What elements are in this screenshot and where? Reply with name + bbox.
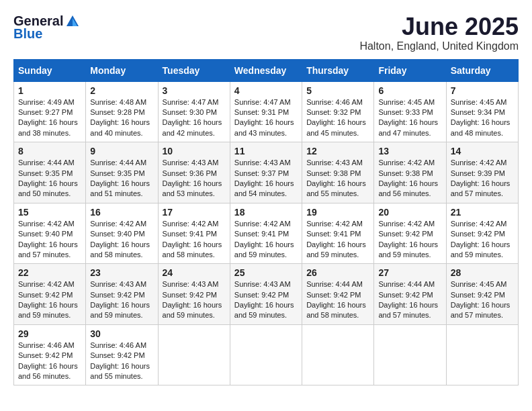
- day-number: 3: [163, 85, 226, 96]
- calendar-cell: 10 Sunrise: 4:43 AMSunset: 9:36 PMDaylig…: [158, 142, 230, 203]
- sunrise-text: Sunrise: 4:43 AMSunset: 9:42 PMDaylight:…: [163, 280, 222, 319]
- sunrise-text: Sunrise: 4:49 AMSunset: 9:27 PMDaylight:…: [18, 98, 78, 137]
- sunrise-text: Sunrise: 4:43 AMSunset: 9:36 PMDaylight:…: [163, 158, 222, 197]
- calendar-cell: 16 Sunrise: 4:42 AMSunset: 9:40 PMDaylig…: [86, 203, 158, 264]
- sunrise-text: Sunrise: 4:42 AMSunset: 9:42 PMDaylight:…: [378, 220, 438, 259]
- sunrise-text: Sunrise: 4:43 AMSunset: 9:37 PMDaylight:…: [234, 158, 294, 197]
- header-cell: Friday: [374, 59, 446, 81]
- calendar-cell: 25 Sunrise: 4:43 AMSunset: 9:42 PMDaylig…: [230, 264, 302, 325]
- sunrise-text: Sunrise: 4:44 AMSunset: 9:35 PMDaylight:…: [90, 158, 150, 197]
- calendar-cell: 23 Sunrise: 4:43 AMSunset: 9:42 PMDaylig…: [86, 264, 158, 325]
- day-number: 19: [306, 207, 369, 218]
- sunrise-text: Sunrise: 4:43 AMSunset: 9:42 PMDaylight:…: [234, 280, 294, 319]
- calendar-cell: 13 Sunrise: 4:42 AMSunset: 9:38 PMDaylig…: [374, 142, 446, 203]
- day-number: 14: [451, 146, 514, 156]
- header-row: SundayMondayTuesdayWednesdayThursdayFrid…: [14, 59, 519, 81]
- day-number: 30: [90, 328, 153, 339]
- day-number: 8: [18, 146, 81, 156]
- sunrise-text: Sunrise: 4:42 AMSunset: 9:41 PMDaylight:…: [306, 220, 366, 259]
- sunrise-text: Sunrise: 4:42 AMSunset: 9:41 PMDaylight:…: [234, 220, 294, 259]
- calendar-cell: 7 Sunrise: 4:45 AMSunset: 9:34 PMDayligh…: [446, 81, 518, 142]
- calendar-cell: 19 Sunrise: 4:42 AMSunset: 9:41 PMDaylig…: [302, 203, 374, 264]
- sunrise-text: Sunrise: 4:48 AMSunset: 9:28 PMDaylight:…: [90, 98, 150, 137]
- sunrise-text: Sunrise: 4:44 AMSunset: 9:42 PMDaylight:…: [306, 280, 366, 319]
- sunrise-text: Sunrise: 4:45 AMSunset: 9:42 PMDaylight:…: [451, 280, 511, 319]
- sunrise-text: Sunrise: 4:42 AMSunset: 9:42 PMDaylight:…: [451, 220, 511, 259]
- day-number: 25: [234, 267, 298, 278]
- sunrise-text: Sunrise: 4:47 AMSunset: 9:30 PMDaylight:…: [163, 98, 222, 137]
- title-area: June 2025 Halton, England, United Kingdo…: [359, 13, 519, 52]
- day-number: 27: [378, 267, 441, 278]
- calendar-cell: [158, 324, 230, 385]
- calendar-cell: 30 Sunrise: 4:46 AMSunset: 9:42 PMDaylig…: [86, 324, 158, 385]
- calendar-cell: 1 Sunrise: 4:49 AMSunset: 9:27 PMDayligh…: [14, 81, 86, 142]
- day-number: 20: [378, 207, 441, 218]
- sunrise-text: Sunrise: 4:42 AMSunset: 9:40 PMDaylight:…: [18, 220, 78, 259]
- calendar-week-row: 15 Sunrise: 4:42 AMSunset: 9:40 PMDaylig…: [14, 203, 519, 264]
- day-number: 15: [18, 207, 81, 218]
- day-number: 21: [451, 207, 514, 218]
- sunrise-text: Sunrise: 4:46 AMSunset: 9:32 PMDaylight:…: [306, 98, 366, 137]
- sunrise-text: Sunrise: 4:43 AMSunset: 9:38 PMDaylight:…: [306, 158, 366, 197]
- sunrise-text: Sunrise: 4:42 AMSunset: 9:39 PMDaylight:…: [451, 158, 511, 197]
- sunrise-text: Sunrise: 4:43 AMSunset: 9:42 PMDaylight:…: [90, 280, 150, 319]
- calendar-cell: 9 Sunrise: 4:44 AMSunset: 9:35 PMDayligh…: [86, 142, 158, 203]
- day-number: 22: [18, 267, 81, 278]
- calendar-cell: 4 Sunrise: 4:47 AMSunset: 9:31 PMDayligh…: [230, 81, 302, 142]
- day-number: 13: [378, 146, 441, 156]
- calendar-cell: [374, 324, 446, 385]
- logo-icon: [65, 14, 80, 29]
- calendar-cell: 3 Sunrise: 4:47 AMSunset: 9:30 PMDayligh…: [158, 81, 230, 142]
- day-number: 1: [18, 85, 81, 96]
- day-number: 5: [306, 85, 369, 96]
- sunrise-text: Sunrise: 4:45 AMSunset: 9:33 PMDaylight:…: [378, 98, 438, 137]
- page-header: General Blue June 2025 Halton, England, …: [13, 13, 519, 52]
- sunrise-text: Sunrise: 4:42 AMSunset: 9:40 PMDaylight:…: [90, 220, 150, 259]
- month-title: June 2025: [359, 13, 519, 40]
- sunrise-text: Sunrise: 4:44 AMSunset: 9:42 PMDaylight:…: [378, 280, 438, 319]
- calendar-cell: 24 Sunrise: 4:43 AMSunset: 9:42 PMDaylig…: [158, 264, 230, 325]
- calendar-cell: 27 Sunrise: 4:44 AMSunset: 9:42 PMDaylig…: [374, 264, 446, 325]
- header-cell: Sunday: [14, 59, 86, 81]
- calendar-cell: 6 Sunrise: 4:45 AMSunset: 9:33 PMDayligh…: [374, 81, 446, 142]
- day-number: 12: [306, 146, 369, 156]
- calendar-week-row: 8 Sunrise: 4:44 AMSunset: 9:35 PMDayligh…: [14, 142, 519, 203]
- calendar-table: SundayMondayTuesdayWednesdayThursdayFrid…: [13, 59, 519, 386]
- sunrise-text: Sunrise: 4:47 AMSunset: 9:31 PMDaylight:…: [234, 98, 294, 137]
- header-cell: Tuesday: [158, 59, 230, 81]
- calendar-cell: 15 Sunrise: 4:42 AMSunset: 9:40 PMDaylig…: [14, 203, 86, 264]
- day-number: 11: [234, 146, 298, 156]
- calendar-cell: 29 Sunrise: 4:46 AMSunset: 9:42 PMDaylig…: [14, 324, 86, 385]
- sunrise-text: Sunrise: 4:45 AMSunset: 9:34 PMDaylight:…: [451, 98, 511, 137]
- calendar-cell: [302, 324, 374, 385]
- day-number: 9: [90, 146, 153, 156]
- calendar-cell: 26 Sunrise: 4:44 AMSunset: 9:42 PMDaylig…: [302, 264, 374, 325]
- sunrise-text: Sunrise: 4:44 AMSunset: 9:35 PMDaylight:…: [18, 158, 78, 197]
- calendar-week-row: 22 Sunrise: 4:42 AMSunset: 9:42 PMDaylig…: [14, 264, 519, 325]
- calendar-cell: [230, 324, 302, 385]
- day-number: 17: [163, 207, 226, 218]
- day-number: 6: [378, 85, 441, 96]
- day-number: 24: [163, 267, 226, 278]
- calendar-week-row: 29 Sunrise: 4:46 AMSunset: 9:42 PMDaylig…: [14, 324, 519, 385]
- calendar-cell: 28 Sunrise: 4:45 AMSunset: 9:42 PMDaylig…: [446, 264, 518, 325]
- calendar-cell: 14 Sunrise: 4:42 AMSunset: 9:39 PMDaylig…: [446, 142, 518, 203]
- location-title: Halton, England, United Kingdom: [359, 40, 519, 52]
- day-number: 26: [306, 267, 369, 278]
- day-number: 29: [18, 328, 81, 339]
- sunrise-text: Sunrise: 4:42 AMSunset: 9:42 PMDaylight:…: [18, 280, 78, 319]
- header-cell: Monday: [86, 59, 158, 81]
- day-number: 18: [234, 207, 298, 218]
- header-cell: Saturday: [446, 59, 518, 81]
- calendar-cell: 22 Sunrise: 4:42 AMSunset: 9:42 PMDaylig…: [14, 264, 86, 325]
- calendar-cell: 20 Sunrise: 4:42 AMSunset: 9:42 PMDaylig…: [374, 203, 446, 264]
- calendar-cell: 12 Sunrise: 4:43 AMSunset: 9:38 PMDaylig…: [302, 142, 374, 203]
- sunrise-text: Sunrise: 4:46 AMSunset: 9:42 PMDaylight:…: [90, 341, 150, 380]
- sunrise-text: Sunrise: 4:42 AMSunset: 9:41 PMDaylight:…: [163, 220, 222, 259]
- day-number: 10: [163, 146, 226, 156]
- calendar-cell: 21 Sunrise: 4:42 AMSunset: 9:42 PMDaylig…: [446, 203, 518, 264]
- calendar-cell: 17 Sunrise: 4:42 AMSunset: 9:41 PMDaylig…: [158, 203, 230, 264]
- calendar-week-row: 1 Sunrise: 4:49 AMSunset: 9:27 PMDayligh…: [14, 81, 519, 142]
- day-number: 7: [451, 85, 514, 96]
- header-cell: Wednesday: [230, 59, 302, 81]
